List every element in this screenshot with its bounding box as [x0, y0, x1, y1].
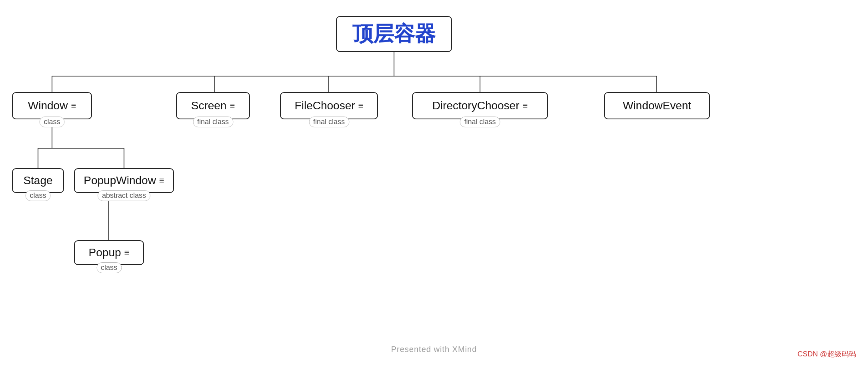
- popupwindow-badge: abstract class: [98, 190, 150, 201]
- watermark: CSDN @超级码码: [798, 349, 856, 359]
- popup-label: Popup ≡: [89, 246, 130, 259]
- window-badge: class: [39, 117, 64, 127]
- window-node: Window ≡ class: [12, 92, 92, 119]
- stage-label: Stage: [23, 174, 52, 187]
- screen-menu-icon: ≡: [230, 101, 235, 111]
- filechooser-node: FileChooser ≡ final class: [280, 92, 378, 119]
- windowevent-label: WindowEvent: [623, 99, 691, 112]
- stage-node: Stage class: [12, 168, 64, 193]
- popupwindow-label: PopupWindow ≡: [84, 174, 164, 187]
- popup-node: Popup ≡ class: [74, 240, 144, 265]
- footer-text: Presented with XMind: [391, 345, 477, 354]
- window-label: Window ≡: [28, 99, 76, 112]
- filechooser-label: FileChooser ≡: [295, 99, 364, 112]
- window-menu-icon: ≡: [71, 101, 76, 111]
- screen-node: Screen ≡ final class: [176, 92, 250, 119]
- popupwindow-menu-icon: ≡: [159, 175, 164, 186]
- directorychooser-label: DirectoryChooser ≡: [432, 99, 528, 112]
- popup-menu-icon: ≡: [124, 247, 130, 258]
- filechooser-badge: final class: [309, 117, 349, 127]
- diagram-container: 顶层容器 Window ≡ class Screen ≡ final class…: [0, 0, 868, 366]
- directorychooser-node: DirectoryChooser ≡ final class: [412, 92, 548, 119]
- screen-badge: final class: [193, 117, 233, 127]
- stage-badge: class: [25, 190, 50, 201]
- windowevent-node: WindowEvent: [604, 92, 710, 119]
- popup-badge: class: [96, 262, 122, 273]
- root-label: 顶层容器: [352, 20, 436, 48]
- directorychooser-menu-icon: ≡: [523, 101, 528, 111]
- directorychooser-badge: final class: [460, 117, 500, 127]
- popupwindow-node: PopupWindow ≡ abstract class: [74, 168, 174, 193]
- screen-label: Screen ≡: [191, 99, 235, 112]
- filechooser-menu-icon: ≡: [358, 101, 364, 111]
- root-node: 顶层容器: [336, 16, 452, 52]
